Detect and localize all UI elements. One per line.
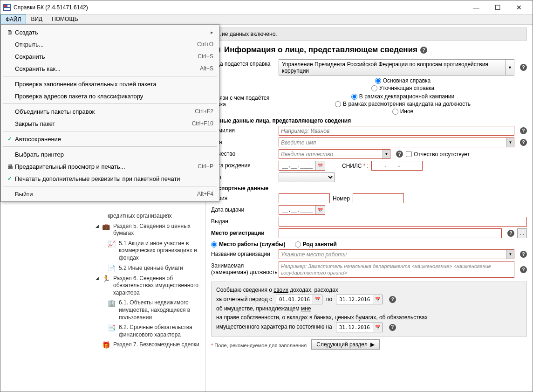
tree-section-5[interactable]: ◢💼Раздел 5. Сведения о ценных бумагах xyxy=(94,221,205,239)
minimize-button[interactable]: — xyxy=(465,0,487,14)
help-icon[interactable]: ? xyxy=(520,127,527,134)
dob-input[interactable]: 📅 xyxy=(279,161,325,171)
radio-clarify[interactable]: Уточняющая справка xyxy=(371,85,435,91)
registration-input[interactable] xyxy=(279,228,502,238)
caret-icon: ◢ xyxy=(96,275,102,297)
help-icon[interactable]: ? xyxy=(389,324,396,331)
calendar-icon[interactable]: 📅 xyxy=(313,295,322,304)
dd-save[interactable]: СохранитьCtrl+S xyxy=(2,50,218,62)
check-icon: ✓ xyxy=(5,136,15,142)
maximize-button[interactable]: ☐ xyxy=(487,0,508,14)
app-icon xyxy=(3,4,11,11)
svg-rect-1 xyxy=(4,5,7,7)
help-icon[interactable]: ? xyxy=(520,64,527,71)
new-doc-icon: 🗎 xyxy=(5,29,15,36)
tree-item-62[interactable]: 📑6.2. Срочные обязательства финансового … xyxy=(106,323,205,340)
dd-save-as[interactable]: Сохранить как...Alt+S xyxy=(2,62,218,75)
chevron-down-icon: ▼ xyxy=(506,138,514,147)
menu-file[interactable]: ФАЙЛ xyxy=(0,14,26,24)
titlebar: Справки БК (2.4.51471.6142) — ☐ ✕ xyxy=(0,0,533,14)
help-icon[interactable]: ? xyxy=(396,151,403,158)
dd-print-extra[interactable]: ✓Печатать дополнительные реквизиты при п… xyxy=(2,172,218,185)
period-to[interactable]: 📅 xyxy=(336,295,383,304)
org-select[interactable]: Управление Президента Российской Федерац… xyxy=(279,59,514,76)
gender-select[interactable] xyxy=(279,172,335,182)
dd-check-fields[interactable]: Проверка заполнения обязательных полей п… xyxy=(2,78,218,90)
menu-help[interactable]: ПОМОЩЬ xyxy=(47,14,82,24)
passport-number-input[interactable] xyxy=(353,193,404,203)
window-title: Справки БК (2.4.51471.6142) xyxy=(14,4,88,11)
org-name-input[interactable]: Укажите место работы▼ xyxy=(279,249,514,259)
tree-section-7[interactable]: 🎁Раздел 7. Безвозмездные сделки xyxy=(94,340,205,350)
star-note: * Поле, рекомендуемое для заполнения xyxy=(211,343,307,348)
arrow-right-icon: ▶ xyxy=(370,341,375,348)
help-icon[interactable]: ? xyxy=(389,296,396,303)
bonds-icon: 📄 xyxy=(108,265,119,272)
gift-icon: 🎁 xyxy=(102,341,113,349)
radio-occupation[interactable]: Род занятий xyxy=(295,241,337,248)
lastname-input[interactable] xyxy=(279,126,514,136)
tree-section-6[interactable]: ◢🏃Раздел 6. Сведения об обязательствах и… xyxy=(94,274,205,298)
chart-icon: 📈 xyxy=(108,240,119,262)
person-icon: 🏃 xyxy=(102,275,113,297)
calendar-icon[interactable]: 📅 xyxy=(315,206,325,214)
dd-autosave[interactable]: ✓Автосохранение xyxy=(2,133,218,145)
svg-rect-2 xyxy=(7,5,10,7)
dd-check-addr[interactable]: Проверка адресов пакета по классификатор… xyxy=(2,90,218,102)
dd-close-pack[interactable]: Закрыть пакетCtrl+F10 xyxy=(2,117,218,130)
briefcase-icon: 💼 xyxy=(102,223,113,237)
calendar-icon[interactable]: 📅 xyxy=(373,323,382,332)
next-section-button[interactable]: Следующий раздел▶ xyxy=(311,339,379,350)
radio-main[interactable]: Основная справка xyxy=(375,77,431,84)
close-button[interactable]: ✕ xyxy=(508,0,530,14)
help-icon[interactable]: ? xyxy=(520,251,527,258)
chevron-down-icon: ▼ xyxy=(506,250,514,259)
calendar-icon[interactable]: 📅 xyxy=(373,295,382,304)
radio-work[interactable]: Место работы (службы) xyxy=(211,241,286,248)
dd-exit[interactable]: ВыйтиAlt+F4 xyxy=(2,188,218,200)
issued-by-input[interactable] xyxy=(279,217,527,227)
as-of-date[interactable]: 📅 xyxy=(336,323,383,332)
radio-other[interactable]: Иное xyxy=(392,108,414,115)
footer-block: Сообщаю сведения о своих доходах, расход… xyxy=(211,282,527,337)
passport-series-input[interactable] xyxy=(279,193,330,203)
check-icon: ✓ xyxy=(5,175,15,182)
dd-preview-print[interactable]: 🖶Предварительный просмотр и печать...Ctr… xyxy=(2,160,218,172)
help-icon[interactable]: ? xyxy=(507,230,514,237)
issue-date-input[interactable]: 📅 xyxy=(279,205,325,215)
position-input[interactable]: Например: Заместитель начальника департа… xyxy=(279,261,514,278)
help-icon[interactable]: ? xyxy=(420,47,427,54)
printer-icon: 🖶 xyxy=(5,163,15,170)
svg-rect-3 xyxy=(4,8,10,10)
dd-create[interactable]: 🗎Создать▸ xyxy=(2,26,218,38)
tree-item-61[interactable]: 🏢6.1. Объекты недвижимого имущества, нах… xyxy=(106,298,205,323)
radio-candidate[interactable]: В рамках рассмотрения кандидата на должн… xyxy=(335,101,471,107)
help-icon[interactable]: ? xyxy=(520,266,527,273)
radio-campaign[interactable]: В рамках декларационной кампании xyxy=(351,93,454,100)
tree-item-51[interactable]: 📈5.1 Акции и иное участие в коммерческих… xyxy=(106,239,205,263)
menubar: ФАЙЛ ВИД ПОМОЩЬ xyxy=(0,14,533,25)
menu-view[interactable]: ВИД xyxy=(26,14,47,24)
chevron-down-icon: ▼ xyxy=(383,150,390,158)
autosave-strip: …ие данных включено. xyxy=(211,28,527,41)
submenu-arrow-icon: ▸ xyxy=(211,29,213,35)
help-icon[interactable]: ? xyxy=(520,139,527,146)
no-midname-checkbox[interactable]: Отчество отсутствует xyxy=(406,151,470,158)
section-header: i Информация о лице, представляющем свед… xyxy=(211,45,527,55)
firstname-input[interactable]: Введите имя▼ xyxy=(279,138,514,147)
document-icon: 📑 xyxy=(108,324,119,338)
form-panel: …ие данных включено. i Информация о лице… xyxy=(205,25,533,392)
file-dropdown: 🗎Создать▸ Открыть...Ctrl+O СохранитьCtrl… xyxy=(0,24,219,202)
tree-item-52[interactable]: 📄5.2 Иные ценные бумаги xyxy=(106,263,205,274)
dd-merge[interactable]: Объединить пакеты справокCtrl+F2 xyxy=(2,105,218,117)
snils-input[interactable] xyxy=(371,161,423,171)
caret-icon: ◢ xyxy=(96,223,102,237)
chevron-down-icon: ▼ xyxy=(506,60,514,75)
dd-choose-printer[interactable]: Выбрать принтер xyxy=(2,148,218,160)
browse-button[interactable]: … xyxy=(517,228,527,238)
midname-input[interactable]: Введите отчество▼ xyxy=(279,149,390,159)
period-from[interactable]: 📅 xyxy=(276,295,322,304)
building-icon: 🏢 xyxy=(108,299,119,321)
dd-open[interactable]: Открыть...Ctrl+O xyxy=(2,38,218,50)
calendar-icon[interactable]: 📅 xyxy=(315,161,325,170)
